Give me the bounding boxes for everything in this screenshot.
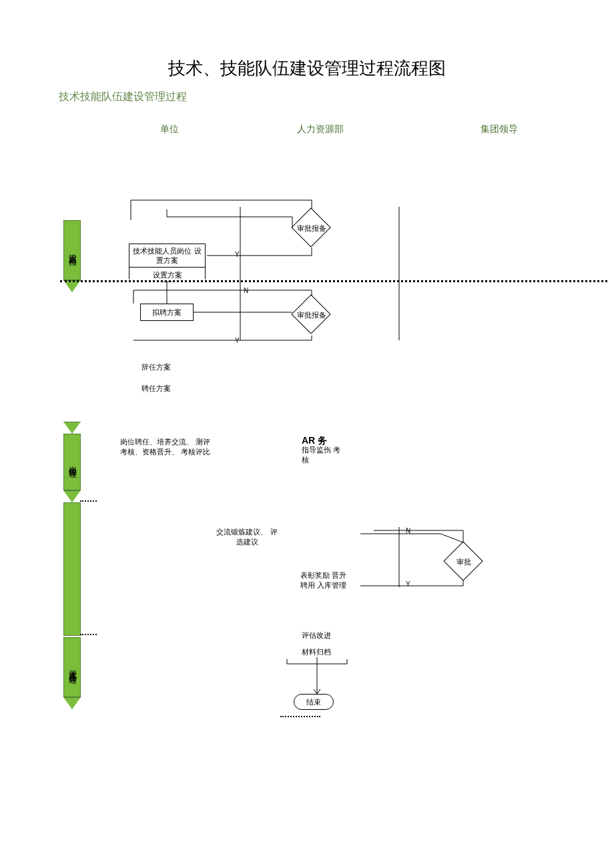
eval-text: 评估改进 — [302, 630, 331, 640]
approve-filing-label: 审批报备 — [288, 224, 335, 234]
management-tasks-text: 岗位聘任、培养交流、 测评考核、资格晋升、 考核评比 — [120, 437, 214, 458]
yes-label: Y — [406, 580, 410, 588]
plan-document: 设置方案 — [129, 268, 206, 282]
page-title: 技术、技能队伍建设管理过程流程图 — [0, 57, 614, 80]
yes-label: Y — [235, 251, 240, 258]
swimlane-setup: 设置岗位 — [63, 220, 81, 280]
phase-divider — [60, 280, 607, 282]
divider-tick — [280, 716, 320, 717]
swimlane-chevron-icon — [63, 422, 81, 434]
ar-desc-text: 指导监伤 考核 — [302, 445, 342, 466]
subtitle: 技术技能队伍建设管理过程 — [59, 90, 187, 104]
approve-label: 审批 — [440, 557, 487, 567]
dismiss-plan-text: 辞任方案 — [141, 362, 171, 372]
end-terminator: 结束 — [294, 694, 334, 710]
no-label: N — [244, 287, 248, 294]
reward-text: 表彰奖励 晋升聘用 入库管理 — [300, 570, 347, 591]
divider-tick — [80, 500, 97, 502]
swimlane-manage: 岗位管理 — [63, 434, 81, 490]
no-label: N — [406, 527, 410, 534]
yes-label: Y — [235, 337, 240, 344]
hire-plan-text: 聘任方案 — [141, 384, 171, 394]
swimlane-chevron-icon — [63, 697, 81, 709]
recruit-plan-box: 拟聘方案 — [140, 304, 194, 321]
column-header-hr: 人力资源部 — [297, 123, 344, 135]
column-header-unit: 单位 — [160, 123, 179, 135]
swimlane-eval: 评优人员管理 — [63, 637, 81, 697]
divider-tick — [80, 634, 97, 635]
approve-filing2-label: 审批报备 — [288, 310, 335, 320]
archive-text: 材料归档 — [302, 647, 331, 657]
position-plan-box: 技术技能人员岗位 设置方案 — [129, 244, 206, 268]
suggestion-text: 交流锻炼建议、 评选建议 — [214, 527, 280, 548]
swimlane-chevron-icon — [63, 490, 81, 502]
column-header-leader: 集团领导 — [481, 123, 518, 135]
swimlane-band — [63, 502, 81, 636]
